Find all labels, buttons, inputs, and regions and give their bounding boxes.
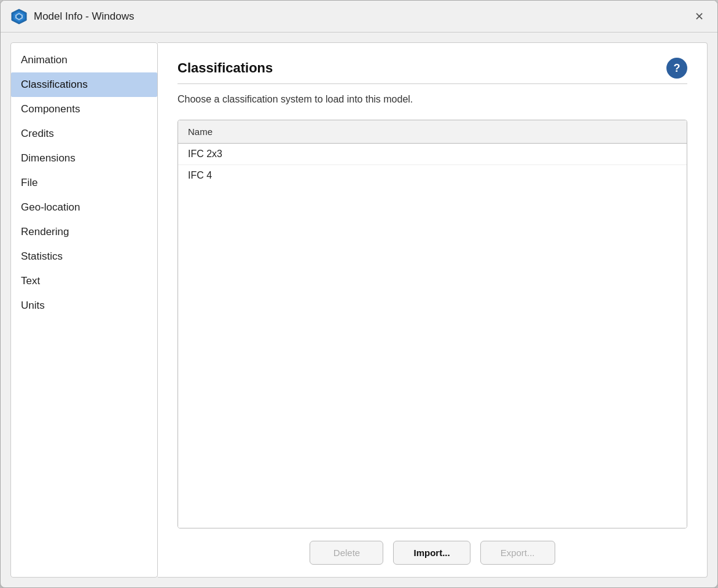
panel-divider	[178, 83, 687, 84]
titlebar: Model Info - Windows ✕	[1, 1, 717, 33]
panel-header: Classifications ?	[178, 58, 687, 79]
model-info-window: Model Info - Windows ✕ AnimationClassifi…	[0, 0, 718, 588]
sidebar-item-statistics[interactable]: Statistics	[11, 244, 157, 269]
help-button[interactable]: ?	[666, 58, 687, 79]
table-column-header: Name	[178, 120, 687, 144]
sidebar-item-components[interactable]: Components	[11, 97, 157, 122]
panel-title: Classifications	[178, 60, 273, 76]
classifications-table: Name IFC 2x3IFC 4	[178, 120, 687, 528]
table-body: IFC 2x3IFC 4	[178, 144, 687, 528]
import-button[interactable]: Import...	[393, 541, 470, 565]
sidebar-item-text[interactable]: Text	[11, 269, 157, 293]
content-area: AnimationClassificationsComponentsCredit…	[1, 33, 717, 587]
panel-buttons: Delete Import... Export...	[178, 541, 687, 565]
export-button[interactable]: Export...	[480, 541, 555, 565]
sidebar-item-geo-location[interactable]: Geo-location	[11, 195, 157, 220]
table-row[interactable]: IFC 4	[178, 165, 687, 186]
window-title: Model Info - Windows	[34, 10, 134, 23]
sidebar-item-file[interactable]: File	[11, 171, 157, 195]
delete-button[interactable]: Delete	[310, 541, 383, 565]
sidebar-item-dimensions[interactable]: Dimensions	[11, 146, 157, 171]
sidebar-item-units[interactable]: Units	[11, 293, 157, 318]
close-button[interactable]: ✕	[690, 8, 708, 25]
app-icon	[10, 8, 28, 25]
sidebar-item-rendering[interactable]: Rendering	[11, 220, 157, 244]
main-panel: Classifications ? Choose a classificatio…	[158, 42, 708, 578]
table-row[interactable]: IFC 2x3	[178, 144, 687, 165]
panel-description: Choose a classification system to load i…	[178, 94, 687, 105]
sidebar-item-classifications[interactable]: Classifications	[11, 72, 157, 97]
titlebar-left: Model Info - Windows	[10, 8, 134, 25]
close-icon: ✕	[695, 10, 704, 23]
sidebar-item-animation[interactable]: Animation	[11, 48, 157, 72]
help-icon: ?	[674, 62, 681, 75]
sidebar-item-credits[interactable]: Credits	[11, 122, 157, 146]
sidebar: AnimationClassificationsComponentsCredit…	[10, 42, 158, 578]
